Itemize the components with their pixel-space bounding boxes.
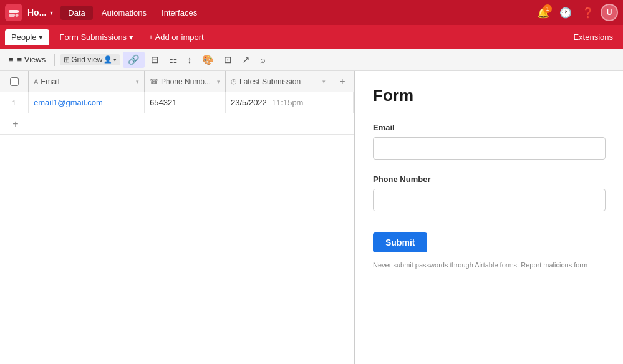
- second-toolbar: People ▾ Form Submissions ▾ + Add or imp…: [0, 25, 623, 49]
- notifications-btn[interactable]: 🔔 1: [533, 4, 553, 21]
- add-row[interactable]: +: [0, 113, 354, 135]
- form-submissions-label: Form Submissions: [59, 32, 127, 42]
- sort-icon: ↕: [187, 54, 192, 65]
- email-input[interactable]: [373, 137, 606, 160]
- main-content: A Email ▾ ☎ Phone Numb... ▾ ◷ Latest Sub…: [0, 71, 623, 364]
- phone-col-label: Phone Numb...: [161, 77, 211, 86]
- latest-col-dropdown-icon[interactable]: ▾: [322, 79, 326, 85]
- interfaces-nav-btn[interactable]: Interfaces: [155, 6, 203, 20]
- email-field-group: Email: [373, 123, 606, 172]
- share-view-btn[interactable]: ↗: [238, 52, 254, 68]
- divider: [54, 54, 55, 66]
- email-col-label: Email: [41, 77, 59, 86]
- people-icon: 👤: [104, 55, 112, 64]
- row-number: 1: [0, 92, 29, 113]
- phone-input[interactable]: [373, 189, 606, 211]
- phone-field-label: Phone Number: [373, 175, 606, 184]
- people-table-tab[interactable]: People ▾: [5, 29, 49, 45]
- sort-btn[interactable]: ↕: [183, 52, 196, 67]
- help-btn[interactable]: ❓: [578, 4, 598, 21]
- grid-icon: ⊞: [64, 55, 70, 64]
- email-column-header[interactable]: A Email ▾: [29, 71, 145, 92]
- table-row: 1 email1@gmail.com 654321 23/5/2022 11:1…: [0, 92, 354, 113]
- add-row-btn[interactable]: +: [0, 113, 29, 134]
- top-nav: Ho... ▾ Data Automations Interfaces 🔔 1 …: [0, 0, 623, 25]
- automations-nav-btn[interactable]: Automations: [95, 6, 153, 20]
- email-col-dropdown-icon[interactable]: ▾: [136, 79, 139, 85]
- link-view-btn[interactable]: 🔗: [123, 52, 145, 68]
- app-chevron-icon[interactable]: ▾: [50, 9, 53, 16]
- data-nav-btn[interactable]: Data: [60, 6, 92, 20]
- latest-col-label: Latest Submission: [239, 77, 301, 86]
- phone-col-dropdown-icon[interactable]: ▾: [217, 79, 220, 85]
- filter-btn[interactable]: ⊟: [147, 52, 163, 68]
- date-field-icon: ◷: [231, 77, 237, 85]
- extensions-btn[interactable]: Extensions: [568, 29, 618, 45]
- add-column-icon: +: [339, 76, 345, 87]
- group-btn[interactable]: ⚏: [165, 52, 181, 68]
- help-icon: ❓: [582, 7, 594, 18]
- add-or-import-btn[interactable]: + Add or import: [143, 29, 209, 45]
- share-icon: ↗: [242, 54, 250, 65]
- link-icon: 🔗: [128, 54, 140, 65]
- search-icon: ⌕: [260, 54, 266, 65]
- table-body: 1 email1@gmail.com 654321 23/5/2022 11:1…: [0, 92, 354, 364]
- app-name: Ho...: [27, 7, 46, 17]
- paint-icon: 🎨: [202, 54, 214, 65]
- filter-icon: ⊟: [151, 54, 159, 65]
- color-btn[interactable]: 🎨: [198, 52, 218, 68]
- form-title: Form: [373, 86, 606, 105]
- svg-rect-0: [9, 10, 19, 13]
- select-all-checkbox-cell[interactable]: [0, 71, 29, 92]
- extensions-label: Extensions: [573, 32, 613, 42]
- form-submissions-btn[interactable]: Form Submissions ▾: [53, 29, 140, 45]
- grid-view-chevron-icon: ▾: [113, 57, 117, 63]
- views-btn[interactable]: ≡ ≡ Views: [5, 52, 49, 67]
- svg-point-2: [16, 14, 19, 17]
- hamburger-icon: ≡: [9, 55, 14, 64]
- email-cell[interactable]: email1@gmail.com: [29, 92, 145, 113]
- latest-submission-cell[interactable]: 23/5/2022 11:15pm: [226, 92, 354, 113]
- select-all-checkbox[interactable]: [10, 77, 19, 86]
- people-tab-label: People: [11, 32, 36, 42]
- history-icon: 🕐: [559, 7, 572, 18]
- text-field-icon: A: [34, 78, 38, 85]
- phone-field-group: Phone Number: [373, 175, 606, 224]
- form-disclaimer: Never submit passwords through Airtable …: [373, 261, 606, 269]
- table-pane: A Email ▾ ☎ Phone Numb... ▾ ◷ Latest Sub…: [0, 71, 355, 364]
- form-submissions-chevron-icon: ▾: [129, 32, 133, 42]
- notification-badge: 1: [543, 4, 552, 13]
- group-icon: ⚏: [169, 54, 177, 65]
- hide-fields-btn[interactable]: ⊡: [220, 52, 236, 68]
- submit-btn[interactable]: Submit: [373, 232, 427, 252]
- svg-rect-1: [9, 14, 15, 17]
- phone-cell[interactable]: 654321: [145, 92, 226, 113]
- people-chevron-icon: ▾: [39, 32, 43, 42]
- app-logo[interactable]: [5, 4, 22, 21]
- phone-column-header[interactable]: ☎ Phone Numb... ▾: [145, 71, 226, 92]
- hide-icon: ⊡: [224, 54, 232, 65]
- latest-submission-column-header[interactable]: ◷ Latest Submission ▾: [226, 71, 331, 92]
- grid-view-label: Grid view: [71, 55, 102, 64]
- email-field-label: Email: [373, 123, 606, 132]
- views-label: ≡ Views: [17, 55, 46, 64]
- add-column-btn[interactable]: +: [331, 71, 354, 92]
- add-or-import-label: + Add or import: [148, 32, 204, 42]
- views-bar: ≡ ≡ Views ⊞ Grid view 👤 ▾ 🔗 ⊟ ⚏ ↕ 🎨 ⊡ ↗ …: [0, 49, 623, 71]
- phone-field-icon: ☎: [150, 77, 158, 85]
- search-btn[interactable]: ⌕: [256, 52, 269, 67]
- table-header: A Email ▾ ☎ Phone Numb... ▾ ◷ Latest Sub…: [0, 71, 354, 92]
- form-pane: Form Email Phone Number Submit Never sub…: [355, 71, 623, 364]
- grid-view-btn[interactable]: ⊞ Grid view 👤 ▾: [60, 54, 120, 65]
- user-avatar[interactable]: U: [601, 4, 618, 21]
- history-btn[interactable]: 🕐: [556, 4, 576, 21]
- avatar-initials: U: [607, 8, 612, 17]
